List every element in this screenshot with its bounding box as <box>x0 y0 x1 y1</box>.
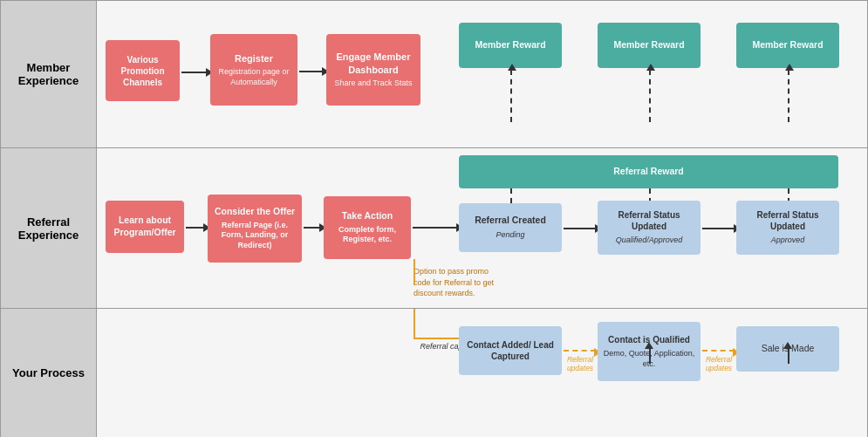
promo-note: Option to pass promo code for Referral t… <box>413 266 527 299</box>
member-experience-label: Member Experience <box>1 1 97 148</box>
dashed-arrow-1 <box>510 70 512 122</box>
solid-up-2 <box>788 348 789 364</box>
dashed-arrow-2 <box>649 70 651 122</box>
dashed-orange-2 <box>702 350 735 352</box>
diagram: Member Experience Various Promotion Chan… <box>0 0 868 437</box>
dashed-arrow-3 <box>788 70 789 122</box>
referral-updates-2: Referral updates <box>703 355 735 372</box>
dashed-orange-1 <box>564 350 596 352</box>
member-reward-1: Member Reward <box>459 23 562 68</box>
register-box: Register Registration page or Automatica… <box>210 34 297 106</box>
referral-experience-row: Referral Reward Learn about Program/Offe… <box>97 148 867 309</box>
referral-approved-box: Referral Status Updated Approved <box>736 201 839 255</box>
referral-qualified-box: Referral Status Updated Qualified/Approv… <box>598 201 701 255</box>
engage-box: Engage Member Dashboard Share and Track … <box>326 34 420 106</box>
member-reward-2: Member Reward <box>598 23 701 68</box>
your-process-label: Your Process <box>1 309 97 437</box>
promo-channels-box: Various Promotion Channels <box>106 40 180 101</box>
your-process-row: Referral capture Contact Added/ Lead Cap… <box>97 309 867 437</box>
referral-created-box: Referral Created Pending <box>459 203 562 252</box>
solid-up-1 <box>649 348 651 364</box>
referral-updates-1: Referral updates <box>564 355 596 372</box>
learn-box: Learn about Program/Offer <box>106 201 184 253</box>
referral-reward-bar: Referral Reward <box>459 155 838 188</box>
consider-box: Consider the Offer Referral Page (i.e. F… <box>208 195 302 263</box>
member-reward-3: Member Reward <box>736 23 839 68</box>
take-action-box: Take Action Complete form, Register, etc… <box>324 196 411 259</box>
member-experience-row: Various Promotion Channels Register Regi… <box>97 1 867 148</box>
contact-added-box: Contact Added/ Lead Captured <box>459 326 562 375</box>
referral-experience-label: Referral Experience <box>1 148 97 309</box>
